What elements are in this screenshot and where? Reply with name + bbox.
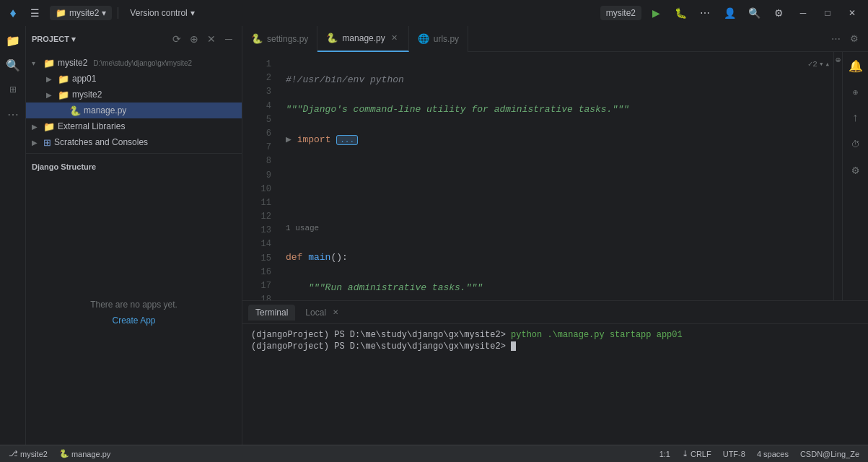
notifications-icon[interactable]: 🔔 [844, 55, 867, 78]
tab-settings-py[interactable]: 🐍 settings.py [242, 26, 317, 52]
minimize-button[interactable]: ─ [793, 3, 813, 23]
local-tab[interactable]: Local ✕ [298, 305, 348, 321]
project-view-icon[interactable]: 📁 [1, 29, 25, 52]
terminal-path-2: (djangoProject) PS D:\me\study\django\gx… [251, 341, 511, 352]
tab-icon-urls: 🌐 [418, 33, 429, 44]
plugins-icon[interactable]: ⊕ [844, 81, 867, 104]
tree-item-ext-libs[interactable]: ▶ 📁 External Libraries [26, 118, 242, 134]
tree-item-manage-py[interactable]: 🐍 manage.py [26, 103, 242, 118]
sb-indent[interactable]: 4 spaces [754, 445, 792, 462]
sidebar: Project ▾ ⟳ ⊕ ✕ ─ ▾ 📁 mysite2 D:\me\stud… [26, 26, 242, 445]
terminal-tab-label: Terminal [255, 308, 288, 318]
sb-encoding-text: CRLF [691, 450, 711, 458]
tree-label-mysite2-sub: mysite2 [72, 90, 102, 100]
editor-settings-icon[interactable]: ⚙ [846, 31, 862, 47]
tree-item-app01[interactable]: ▶ 📁 app01 [26, 71, 242, 87]
sb-encoding[interactable]: ⤓ CRLF [679, 445, 714, 462]
django-empty-text: There are no apps yet. [90, 300, 177, 310]
project-arrow-icon: ▾ [102, 8, 106, 18]
tree-label-app01: app01 [72, 74, 96, 84]
sb-position-text: 1:1 [659, 450, 670, 458]
git-push-icon[interactable]: ↑ [844, 107, 867, 130]
code-line-usage: 1 usage [286, 223, 805, 236]
statusbar: ⎇ mysite2 🐍 manage.py 1:1 ⤓ CRLF UTF-8 4… [0, 445, 868, 462]
create-app-link[interactable]: Create App [112, 315, 155, 326]
tree-item-mysite2-root[interactable]: ▾ 📁 mysite2 D:\me\study\django\gx\mysite… [26, 55, 242, 71]
debug-button[interactable]: 🐛 [670, 3, 691, 23]
django-section: Django Structure There are no apps yet. … [26, 153, 242, 445]
scroll-up-icon[interactable]: ⊕ [836, 55, 841, 66]
project-name: mysite2 [69, 8, 99, 18]
profiler-icon[interactable]: ⏱ [844, 133, 867, 156]
refresh-icon[interactable]: ⟳ [170, 32, 184, 46]
terminal-tab[interactable]: Terminal [248, 305, 295, 321]
close-button[interactable]: ✕ [842, 3, 862, 23]
sb-position[interactable]: 1:1 [657, 445, 673, 462]
tab-close-manage[interactable]: ✕ [390, 33, 400, 43]
search-view-icon[interactable]: 🔍 [1, 53, 25, 77]
sb-branch[interactable]: ⎇ mysite2 [6, 445, 51, 462]
tree-label-manage-py: manage.py [84, 105, 126, 116]
version-control-menu[interactable]: Version control ▾ [124, 6, 200, 20]
account-icon[interactable]: 👤 [719, 3, 740, 23]
terminal-tab-bar: Terminal Local ✕ [242, 301, 868, 324]
tab-icon-settings: 🐍 [251, 33, 263, 44]
minimize-sidebar-icon[interactable]: ─ [222, 32, 236, 46]
vc-label-text: Version control [130, 8, 187, 18]
tree-item-scratches[interactable]: ▶ ⊞ Scratches and Consoles [26, 134, 242, 150]
terminal-content[interactable]: (djangoProject) PS D:\me\study\django\gx… [242, 324, 868, 445]
maximize-button[interactable]: □ [817, 3, 838, 23]
python-file-icon-manage: 🐍 [69, 105, 81, 116]
code-content[interactable]: #!/usr/bin/env python """Django's comman… [277, 52, 805, 300]
sb-indent-text: 4 spaces [757, 450, 789, 458]
hamburger-menu[interactable]: ☰ [26, 4, 44, 22]
settings-button[interactable]: ⚙ [768, 3, 789, 23]
terminal-cmd-1: python .\manage.py startapp app01 [511, 330, 683, 340]
branch-icon: ⎇ [9, 449, 18, 458]
terminal-line-1: (djangoProject) PS D:\me\study\django\gx… [251, 330, 859, 340]
project-header: Project ▾ ⟳ ⊕ ✕ ─ [26, 26, 242, 52]
tab-manage-py[interactable]: 🐍 manage.py ✕ [317, 26, 408, 52]
locate-icon[interactable]: ⊕ [187, 32, 201, 46]
sb-user[interactable]: CSDN@Ling_Ze [797, 445, 862, 462]
more-tools-icon[interactable]: ⋯ [1, 103, 25, 126]
more-options-button[interactable]: ⋯ [695, 3, 715, 23]
folder-icon: 📁 [56, 8, 66, 18]
tree-arrow-scratches: ▶ [32, 139, 40, 147]
code-line-8: """Run administrative tasks.""" [286, 281, 805, 296]
file-tree: ▾ 📁 mysite2 D:\me\study\django\gx\mysite… [26, 52, 242, 153]
project-selector[interactable]: 📁 mysite2 ▾ [50, 6, 112, 20]
tab-label-settings: settings.py [267, 34, 308, 44]
toolbar-right: mysite2 ▶ 🐛 ⋯ 👤 🔍 ⚙ ─ □ ✕ [600, 3, 862, 23]
terminal-area: Terminal Local ✕ (djangoProject) PS D:\m… [242, 300, 868, 445]
app-logo: ♦ [6, 6, 20, 20]
structure-view-icon[interactable]: ⊞ [1, 78, 25, 101]
code-line-5 [286, 193, 805, 208]
code-line-3: ▶ import ... [286, 133, 805, 148]
sb-file-name: manage.py [71, 450, 110, 458]
project-section-title: Project ▾ [32, 35, 170, 44]
tab-urls-py[interactable]: 🌐 urls.py [409, 26, 468, 52]
run-button[interactable]: ▶ [646, 3, 666, 23]
editor-more-icon[interactable]: ⋯ [828, 31, 843, 47]
code-line-2: """Django's command-line utility for adm… [286, 103, 805, 118]
run-config[interactable]: mysite2 [600, 6, 641, 20]
collapse-icon[interactable]: ✕ [204, 32, 219, 46]
sb-user-text: CSDN@Ling_Ze [800, 450, 859, 458]
local-tab-close[interactable]: ✕ [330, 308, 341, 318]
sb-charset[interactable]: UTF-8 [720, 445, 748, 462]
console-icon-scratches: ⊞ [43, 137, 51, 148]
code-line-1: #!/usr/bin/env python [286, 73, 805, 88]
sb-file[interactable]: 🐍 manage.py [56, 445, 113, 462]
django-header[interactable]: Django Structure [26, 154, 242, 180]
sidebar-header-icons: ⟳ ⊕ ✕ ─ [170, 32, 236, 46]
editor-tab-actions: ⋯ ⚙ [822, 31, 868, 47]
sb-charset-text: UTF-8 [723, 450, 745, 458]
search-button[interactable]: 🔍 [744, 3, 764, 23]
tab-label-urls: urls.py [434, 34, 459, 44]
terminal-cursor [511, 341, 516, 351]
tree-label-ext-libs: External Libraries [58, 121, 125, 131]
tree-item-mysite2-sub[interactable]: ▶ 📁 mysite2 [26, 87, 242, 103]
editor-scrollbar[interactable]: ⊕ [833, 52, 842, 300]
ide-settings-icon[interactable]: ⚙ [844, 159, 867, 182]
